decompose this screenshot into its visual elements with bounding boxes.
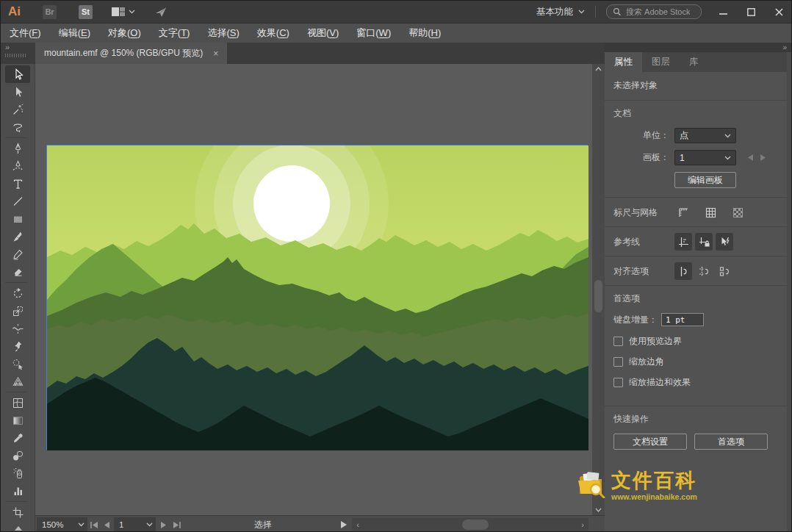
rulers-grid-label: 标尺与网格 <box>613 198 658 227</box>
width-tool-icon[interactable] <box>5 320 30 337</box>
lock-guides-icon[interactable] <box>695 233 713 251</box>
shape-builder-tool-icon[interactable] <box>5 355 30 373</box>
vertical-scroll-thumb[interactable] <box>594 280 602 312</box>
workspace-label: 基本功能 <box>536 6 573 18</box>
bridge-icon[interactable]: Br <box>43 5 57 19</box>
scroll-down-icon[interactable] <box>592 505 605 515</box>
smart-guides-icon[interactable] <box>716 233 733 251</box>
use-preview-bounds-checkbox[interactable] <box>613 337 623 346</box>
scale-strokes-effects-checkbox[interactable] <box>613 378 623 387</box>
menu-item-c[interactable]: 效果(C) <box>257 26 289 40</box>
scroll-left-icon[interactable]: ‹ <box>352 518 364 531</box>
toolbar-separator <box>5 392 27 392</box>
horizontal-scroll-thumb[interactable] <box>462 520 489 530</box>
stock-icon[interactable]: St <box>79 5 93 19</box>
toolbar-grip[interactable] <box>5 54 26 57</box>
free-transform-tool-icon[interactable] <box>5 337 30 355</box>
eraser-tool-icon[interactable] <box>5 263 30 281</box>
menu-item-h[interactable]: 帮助(H) <box>408 26 441 40</box>
eyedropper-tool-icon[interactable] <box>5 429 30 447</box>
snap-to-point-icon[interactable] <box>674 262 692 280</box>
gradient-tool-icon[interactable] <box>5 411 30 429</box>
guides-icon[interactable] <box>674 233 692 251</box>
zoom-level-field[interactable]: 150% <box>37 517 75 532</box>
keyboard-increment-field[interactable]: 1 pt <box>661 313 704 326</box>
previous-artboard-icon[interactable] <box>101 517 112 532</box>
shaper-tool-icon[interactable] <box>5 245 30 263</box>
pen-tool-icon[interactable] <box>5 140 30 157</box>
curvature-tool-icon[interactable] <box>5 157 30 175</box>
edit-artboards-button[interactable]: 编辑画板 <box>674 172 736 188</box>
snap-to-grid-icon[interactable] <box>695 262 713 280</box>
menu-item-t[interactable]: 文字(T) <box>159 26 190 40</box>
menu-item-e[interactable]: 编辑(E) <box>59 26 90 40</box>
symbol-sprayer-tool-icon[interactable] <box>5 464 30 482</box>
canvas-area[interactable] <box>35 64 605 515</box>
artboard-select[interactable]: 1 <box>674 150 736 165</box>
workspace-switcher[interactable]: 基本功能 <box>536 6 585 18</box>
direct-selection-tool-icon[interactable] <box>5 83 30 101</box>
tab-libraries[interactable]: 库 <box>680 52 708 72</box>
panel-collapse-icon[interactable]: » <box>782 44 787 51</box>
menu-item-v[interactable]: 视图(V) <box>307 26 339 40</box>
document-tab[interactable]: mountain.emf @ 150% (RGB/GPU 预览) × <box>35 43 227 64</box>
preferences-button[interactable]: 首选项 <box>694 434 768 450</box>
scale-tool-icon[interactable] <box>5 302 30 320</box>
tab-layers[interactable]: 图层 <box>642 52 680 72</box>
perspective-grid-tool-icon[interactable] <box>5 373 30 390</box>
artboard-value: 1 <box>680 153 724 163</box>
artboard-tool-icon[interactable] <box>5 503 30 521</box>
next-artboard-icon[interactable] <box>159 517 169 532</box>
menu-item-w[interactable]: 窗口(W) <box>356 26 391 40</box>
horizontal-scrollbar[interactable]: ‹ › <box>352 518 588 531</box>
arrange-documents-icon[interactable] <box>112 7 135 17</box>
search-input[interactable]: 搜索 Adobe Stock <box>606 4 702 19</box>
transparency-grid-icon[interactable] <box>729 204 746 221</box>
maximize-button[interactable] <box>737 1 765 23</box>
unit-select[interactable]: 点 <box>674 128 736 143</box>
watermark-url: www.wenjinabaike.com <box>611 492 697 501</box>
ruler-icon[interactable] <box>674 204 692 221</box>
artboard-navigation-field[interactable]: 1 <box>114 517 143 532</box>
rotate-tool-icon[interactable] <box>5 284 30 302</box>
last-artboard-icon[interactable] <box>170 517 182 532</box>
minimize-button[interactable] <box>709 1 737 23</box>
unit-label: 单位： <box>613 129 669 142</box>
blend-tool-icon[interactable] <box>5 447 30 464</box>
toolbar-collapse-icon[interactable]: » <box>5 43 10 51</box>
previous-artboard-arrow-icon[interactable] <box>748 154 753 161</box>
tab-close-icon[interactable]: × <box>213 48 218 59</box>
lasso-tool-icon[interactable] <box>5 118 30 136</box>
toolbar-separator <box>5 282 27 283</box>
scroll-right-icon[interactable]: › <box>577 518 588 531</box>
status-play-icon[interactable] <box>338 517 350 532</box>
toolbar-scroll-up-icon[interactable] <box>1 526 35 531</box>
close-button[interactable] <box>765 1 792 23</box>
column-graph-tool-icon[interactable] <box>5 482 30 500</box>
watermark: 文件百科 www.wenjinabaike.com <box>577 470 697 501</box>
first-artboard-icon[interactable] <box>88 517 100 532</box>
tab-properties[interactable]: 属性 <box>605 52 642 72</box>
type-tool-icon[interactable] <box>5 175 30 193</box>
paintbrush-tool-icon[interactable] <box>5 228 30 245</box>
scroll-up-icon[interactable] <box>592 64 605 74</box>
zoom-dropdown-icon[interactable] <box>75 517 87 532</box>
line-segment-tool-icon[interactable] <box>5 193 30 210</box>
document-setup-button[interactable]: 文档设置 <box>613 434 687 450</box>
selection-tool-icon[interactable] <box>5 65 30 83</box>
vertical-scrollbar[interactable] <box>592 64 605 515</box>
menu-item-o[interactable]: 对象(O) <box>108 26 141 40</box>
keyboard-increment-label: 键盘增量： <box>613 314 658 326</box>
artboard-dropdown-icon[interactable] <box>143 517 156 532</box>
toolbar-separator <box>5 501 27 502</box>
share-icon[interactable] <box>154 6 168 18</box>
magic-wand-tool-icon[interactable] <box>5 101 30 118</box>
grid-icon[interactable] <box>702 204 719 221</box>
next-artboard-arrow-icon[interactable] <box>760 154 766 161</box>
snap-to-pixel-icon[interactable] <box>716 262 733 280</box>
menu-item-f[interactable]: 文件(F) <box>10 26 41 40</box>
rectangle-tool-icon[interactable] <box>5 210 30 228</box>
menu-item-s[interactable]: 选择(S) <box>207 26 239 40</box>
scale-corners-checkbox[interactable] <box>613 357 623 367</box>
mesh-tool-icon[interactable] <box>5 394 30 411</box>
